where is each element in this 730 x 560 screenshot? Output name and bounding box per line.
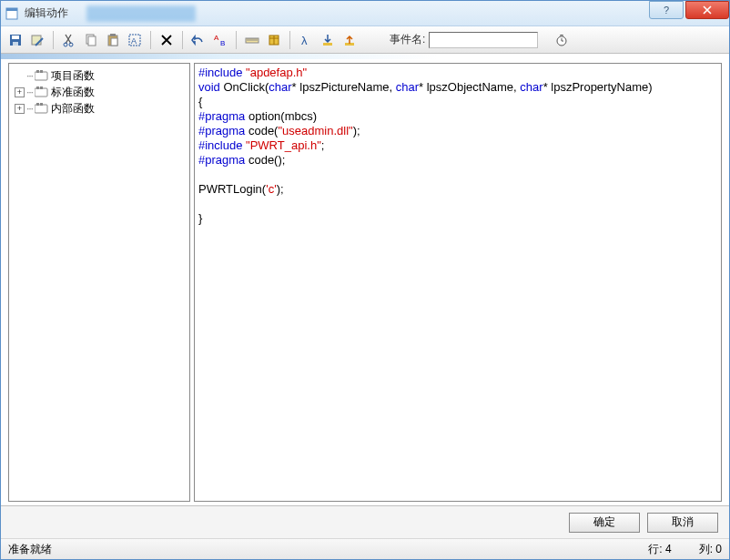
toolbar-sep xyxy=(236,31,237,49)
body: ····项目函数+····标准函数+····内部函数 #include "apd… xyxy=(1,59,729,505)
tree-item[interactable]: ····项目函数 xyxy=(11,67,188,84)
code-editor[interactable]: #include "apdefap.h"void OnClick(char* l… xyxy=(194,63,722,502)
folder-icon xyxy=(35,69,49,82)
svg-rect-20 xyxy=(323,43,332,46)
copy-icon[interactable] xyxy=(82,31,100,49)
paste-icon[interactable] xyxy=(104,31,122,49)
svg-rect-27 xyxy=(36,87,39,89)
tree-item[interactable]: +····内部函数 xyxy=(11,100,188,117)
svg-text:A: A xyxy=(131,36,137,46)
footer: 确定 取消 准备就绪 行: 4 列: 0 xyxy=(1,505,729,559)
lambda-icon[interactable]: λ xyxy=(297,31,315,49)
delete-icon[interactable] xyxy=(157,31,176,49)
toolbar-sep xyxy=(182,31,183,49)
font-color-icon[interactable]: AB xyxy=(211,31,229,49)
button-row: 确定 取消 xyxy=(1,506,729,539)
close-button[interactable] xyxy=(685,1,729,19)
toolbar: A AB λ 事件名: xyxy=(1,26,729,54)
window-root: 编辑动作 ? A AB λ 事件名: ·· xyxy=(0,0,730,560)
status-col: 列: 0 xyxy=(699,542,722,557)
help-button[interactable]: ? xyxy=(649,1,684,19)
svg-text:A: A xyxy=(214,34,219,42)
tree-item-label: 标准函数 xyxy=(51,85,95,100)
ok-button[interactable]: 确定 xyxy=(569,513,640,533)
compile-icon[interactable] xyxy=(28,31,46,49)
cancel-button[interactable]: 取消 xyxy=(647,513,718,533)
svg-rect-23 xyxy=(35,72,47,80)
svg-text:λ: λ xyxy=(301,34,308,46)
svg-rect-26 xyxy=(35,88,47,97)
svg-rect-3 xyxy=(12,36,19,39)
export-icon[interactable] xyxy=(340,31,359,49)
svg-text:B: B xyxy=(220,39,225,47)
window-title: 编辑动作 xyxy=(25,5,68,21)
expand-icon[interactable]: + xyxy=(15,87,25,97)
svg-rect-24 xyxy=(36,70,39,73)
tree-panel[interactable]: ····项目函数+····标准函数+····内部函数 xyxy=(8,63,190,502)
svg-rect-4 xyxy=(13,42,18,46)
folder-icon xyxy=(35,102,49,115)
svg-rect-29 xyxy=(35,105,47,113)
tree-item-label: 内部函数 xyxy=(51,101,95,117)
svg-rect-11 xyxy=(110,34,116,36)
svg-rect-12 xyxy=(111,38,117,46)
save-icon[interactable] xyxy=(6,31,25,49)
svg-rect-30 xyxy=(36,103,39,106)
svg-rect-28 xyxy=(40,87,43,89)
svg-rect-31 xyxy=(40,103,43,106)
toolbar-sep xyxy=(289,31,290,49)
title-blur xyxy=(86,5,196,22)
titlebar[interactable]: 编辑动作 ? xyxy=(1,1,729,26)
status-bar: 准备就绪 行: 4 列: 0 xyxy=(1,539,729,559)
event-name-label: 事件名: xyxy=(390,32,425,47)
status-line: 行: 4 xyxy=(648,542,671,557)
import-icon[interactable] xyxy=(319,31,337,49)
ruler-icon[interactable] xyxy=(243,31,261,49)
status-ready: 准备就绪 xyxy=(8,542,621,557)
toolbar-sep xyxy=(150,31,151,49)
app-icon xyxy=(5,6,19,21)
tree-item[interactable]: +····标准函数 xyxy=(11,84,188,100)
window-buttons: ? xyxy=(647,1,729,19)
undo-icon[interactable] xyxy=(189,31,208,49)
folder-icon xyxy=(35,86,49,98)
object-icon[interactable] xyxy=(265,31,283,49)
expand-icon[interactable]: + xyxy=(15,104,25,114)
select-all-icon[interactable]: A xyxy=(126,31,144,49)
svg-rect-9 xyxy=(88,36,96,46)
event-name-input[interactable] xyxy=(429,32,538,48)
toolbar-sep xyxy=(53,31,54,49)
svg-rect-5 xyxy=(32,36,41,45)
tree-item-label: 项目函数 xyxy=(51,68,95,84)
cut-icon[interactable] xyxy=(60,31,78,49)
svg-rect-25 xyxy=(40,70,43,73)
svg-rect-1 xyxy=(6,8,17,11)
clock-icon[interactable] xyxy=(553,31,571,49)
